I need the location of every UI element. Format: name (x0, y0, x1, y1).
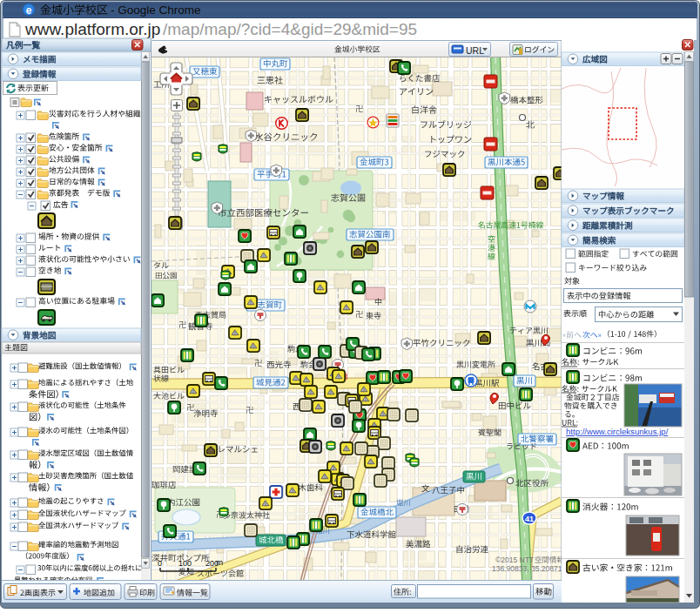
svg-text:136.90833, 35.20871: 136.90833, 35.20871 (492, 564, 562, 573)
svg-text:- Google Chrome: - Google Chrome (111, 3, 201, 17)
svg-text:©2015 NTT: ©2015 NTT (495, 556, 534, 564)
svg-text:http://www.circleksunkus.jp/: http://www.circleksunkus.jp/ (566, 427, 669, 436)
svg-text:www.platform.or.jp: www.platform.or.jp (24, 20, 160, 38)
svg-text:0: 0 (158, 559, 162, 568)
svg-text:URL: URL (466, 45, 484, 56)
svg-text:100: 100 (178, 559, 192, 568)
svg-text:/map/map/?cid=4&gid=29&mid=95: /map/map/?cid=4&gid=29&mid=95 (163, 20, 417, 38)
svg-text:41: 41 (525, 515, 534, 523)
svg-text:200: 200 (205, 559, 219, 568)
svg-text:e: e (26, 4, 32, 17)
